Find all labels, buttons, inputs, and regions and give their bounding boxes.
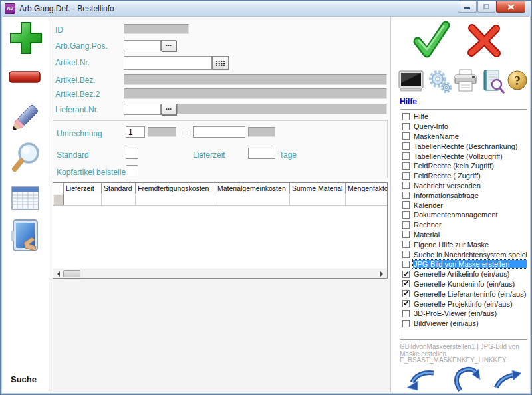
row-selector-cell[interactable]	[53, 194, 64, 205]
table-row[interactable]	[53, 194, 387, 206]
column-header[interactable]: Lieferzeit	[64, 183, 102, 194]
column-header[interactable]: Standard	[102, 183, 136, 194]
option-row[interactable]: TabellenRechte (Beschränkung)	[402, 141, 527, 151]
option-row[interactable]: TabellenRechte (Vollzugriff)	[402, 151, 527, 161]
help-button[interactable]: ?	[507, 70, 528, 91]
option-checkbox[interactable]	[402, 221, 410, 229]
artikelnr-input[interactable]	[124, 56, 212, 70]
table-hscrollbar[interactable]	[53, 269, 387, 278]
option-row[interactable]: Generelle Artikelinfo (ein/aus)	[402, 269, 527, 279]
scroll-right-button[interactable]	[378, 269, 387, 278]
option-checkbox[interactable]	[402, 113, 410, 120]
app-icon: Av	[5, 3, 15, 14]
print-button[interactable]	[452, 69, 479, 93]
option-row[interactable]: Generelle Projektinfo (ein/aus)	[402, 299, 527, 309]
column-header[interactable]: Materialgemeinkosten	[215, 183, 290, 194]
column-header[interactable]: Fremdfertigungskosten	[136, 183, 215, 194]
close-button[interactable]	[496, 1, 525, 13]
app-window: Av Arb.Gang.Def. - Bestellinfo	[0, 0, 532, 395]
settings-button[interactable]	[427, 70, 452, 94]
option-row[interactable]: FeldRechte ( Zugriff)	[402, 171, 527, 181]
select-screen-button[interactable]	[9, 217, 43, 256]
option-row[interactable]: FeldRechte (kein Zugriff)	[402, 161, 527, 171]
table-cell[interactable]	[215, 194, 290, 205]
search-button[interactable]	[9, 140, 43, 175]
option-row[interactable]: Rechner	[402, 220, 527, 230]
arbgangpos-lookup-button[interactable]: ...	[161, 40, 176, 51]
gears-icon	[427, 70, 452, 94]
nav-refresh-button[interactable]	[451, 365, 483, 393]
option-checkbox[interactable]	[402, 231, 410, 238]
lieferantnr-lookup-button[interactable]: ...	[161, 104, 176, 115]
option-row[interactable]: Kalender	[402, 200, 527, 210]
arbgangpos-input[interactable]	[124, 40, 161, 51]
option-label: Dokumentenmanagement	[413, 211, 527, 219]
artikelnr-lookup-button[interactable]	[212, 56, 229, 70]
table-cell[interactable]	[290, 194, 346, 205]
option-checkbox[interactable]	[402, 142, 410, 150]
table-cell[interactable]	[346, 194, 388, 205]
option-row[interactable]: Suche in Nachrichtensystem speicl	[402, 249, 527, 259]
option-row[interactable]: Generelle Kundeninfo (ein/aus)	[402, 279, 527, 289]
option-checkbox[interactable]	[402, 271, 410, 278]
lieferantnr-input[interactable]	[124, 104, 161, 115]
umrechnung-factor-input[interactable]	[126, 126, 145, 138]
standard-checkbox-field[interactable]	[126, 148, 138, 159]
info-search-button[interactable]	[481, 68, 505, 94]
maximize-button[interactable]	[477, 1, 495, 13]
option-checkbox[interactable]	[402, 123, 410, 130]
option-row[interactable]: Nachricht versenden	[402, 181, 527, 191]
option-row[interactable]: JPG-Bild von Maske erstellen	[402, 259, 527, 269]
ok-button[interactable]	[411, 20, 451, 61]
screen-button[interactable]	[398, 70, 424, 92]
option-row[interactable]: 3D-ProE-Viewer (ein/aus)	[402, 309, 527, 319]
option-row[interactable]: Generelle Lieferanteninfo (ein/aus)	[402, 289, 527, 299]
option-checkbox[interactable]	[402, 152, 410, 160]
titlebar[interactable]: Av Arb.Gang.Def. - Bestellinfo	[1, 1, 531, 16]
option-checkbox[interactable]	[402, 290, 410, 297]
option-checkbox[interactable]	[402, 300, 410, 307]
scroll-left-button[interactable]	[53, 269, 63, 278]
option-checkbox[interactable]	[402, 201, 410, 209]
option-checkbox[interactable]	[402, 172, 410, 180]
edit-button[interactable]	[9, 102, 43, 135]
scrollbar-thumb[interactable]	[63, 270, 80, 277]
option-checkbox[interactable]	[402, 162, 410, 170]
option-checkbox[interactable]	[402, 211, 410, 219]
option-checkbox[interactable]	[402, 192, 410, 199]
nav-forward-button[interactable]	[492, 368, 523, 392]
minimize-button[interactable]	[458, 1, 477, 13]
option-row[interactable]: Informationsabfrage	[402, 190, 527, 200]
option-checkbox[interactable]	[402, 182, 410, 189]
table-view-button[interactable]	[11, 185, 40, 211]
option-checkbox[interactable]	[402, 261, 410, 268]
option-row[interactable]: Query-Info	[402, 122, 527, 132]
table-cell[interactable]	[102, 194, 136, 205]
hilfe-options-list[interactable]: Hilfe Query-Info MaskenName TabellenRech…	[400, 109, 527, 340]
nav-back-button[interactable]	[404, 368, 436, 393]
option-row[interactable]: Hilfe	[402, 112, 527, 122]
cancel-button[interactable]	[466, 23, 503, 59]
column-header[interactable]: Summe Material	[290, 183, 346, 194]
table-cell[interactable]	[136, 194, 215, 205]
option-checkbox[interactable]	[402, 320, 410, 327]
option-row[interactable]: BildViewer (ein/aus)	[402, 319, 527, 329]
option-row[interactable]: Material	[402, 230, 527, 240]
umrechnung-result-input[interactable]	[193, 126, 245, 138]
option-row[interactable]: Eigene Hilfe zur Maske	[402, 239, 527, 249]
table-empty-area	[53, 206, 387, 269]
lieferzeit-input[interactable]	[248, 148, 275, 159]
column-header[interactable]: Mengenfaktor	[346, 183, 388, 194]
option-checkbox[interactable]	[402, 241, 410, 248]
option-checkbox[interactable]	[402, 132, 410, 140]
table-cell[interactable]	[64, 194, 102, 205]
option-checkbox[interactable]	[402, 310, 410, 317]
option-row[interactable]: MaskenName	[402, 132, 527, 142]
add-button[interactable]	[8, 20, 44, 57]
delete-button[interactable]	[8, 70, 41, 84]
option-label: JPG-Bild von Maske erstellen	[413, 260, 527, 268]
option-checkbox[interactable]	[402, 280, 410, 287]
option-checkbox[interactable]	[402, 251, 410, 258]
option-row[interactable]: Dokumentenmanagement	[402, 210, 527, 220]
kopfartikel-checkbox-field[interactable]	[126, 165, 138, 176]
